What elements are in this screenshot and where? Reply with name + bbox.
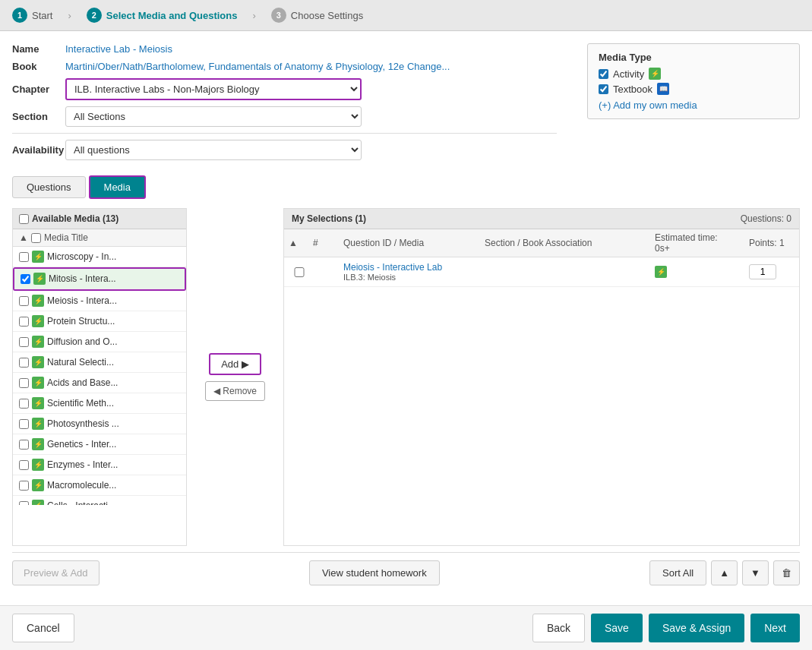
item-11-checkbox[interactable] [19,460,29,470]
section-row: Section All Sections [12,106,557,127]
col-header-checkbox[interactable] [31,233,41,243]
sort-all-button[interactable]: Sort All [649,560,706,585]
item-5-checkbox[interactable] [19,337,29,347]
cancel-button[interactable]: Cancel [12,614,74,642]
chapter-select-wrapper: ILB. Interactive Labs - Non-Majors Biolo… [65,78,362,100]
item-icon: ⚡ [32,377,44,389]
available-panel: Available Media (13) ▲ Media Title ⚡ Mic… [12,208,187,546]
step-1-circle: 1 [12,8,27,23]
col-hash: # [313,238,340,248]
item-label: Acids and Base... [47,377,118,388]
points-input[interactable] [749,264,776,279]
form-section: Name Interactive Lab - Meiosis Book Mart… [12,43,800,166]
col-arrow-sel: ▲ [289,238,310,248]
item-label: Photosynthesis ... [47,418,119,429]
next-button[interactable]: Next [750,614,800,642]
sort-up-button[interactable]: ▲ [711,560,738,585]
save-button[interactable]: Save [591,614,643,642]
item-3-checkbox[interactable] [19,296,29,306]
list-item[interactable]: ⚡ Diffusion and O... [13,332,186,352]
add-media-link[interactable]: (+) Add my own media [599,99,788,111]
item-label: Mitosis - Intera... [49,273,116,284]
item-label: Microscopy - In... [47,251,116,262]
chapter-select[interactable]: ILB. Interactive Labs - Non-Majors Biolo… [67,80,360,99]
item-10-checkbox[interactable] [19,440,29,450]
list-item[interactable]: ⚡ Scientific Meth... [13,393,186,414]
item-13-checkbox[interactable] [19,501,29,506]
item-1-checkbox[interactable] [19,252,29,262]
footer-bar: Cancel Back Save Save & Assign Next [0,605,812,650]
remove-button[interactable]: ◀ Remove [205,381,265,401]
sel-row-checkbox[interactable] [289,267,310,277]
sel-media-name: Meiosis - Interactive Lab [343,262,482,273]
item-icon: ⚡ [32,438,44,450]
list-item[interactable]: ⚡ Macromolecule... [13,475,186,496]
add-button[interactable]: Add ▶ [209,353,261,375]
save-assign-button[interactable]: Save & Assign [649,614,744,642]
sort-down-button[interactable]: ▼ [742,560,769,585]
item-icon: ⚡ [32,459,44,471]
item-icon: ⚡ [32,479,44,491]
selections-header: My Selections (1) Questions: 0 [284,209,799,229]
availability-select[interactable]: All questions [65,140,362,160]
item-icon: ⚡ [32,336,44,348]
item-icon: ⚡ [32,295,44,307]
name-value: Interactive Lab - Meiosis [65,43,172,55]
view-student-button[interactable]: View student homework [309,560,440,585]
col-est-label: Estimated time: [655,232,746,243]
item-6-checkbox[interactable] [19,358,29,368]
sort-area: Sort All ▲ ▼ 🗑 [649,560,800,585]
list-item[interactable]: ⚡ Genetics - Inter... [13,434,186,455]
col-arrow: ▲ [19,232,28,243]
item-12-checkbox[interactable] [19,481,29,491]
item-icon: ⚡ [33,273,46,285]
textbook-checkbox[interactable] [599,84,608,94]
list-item[interactable]: ⚡ Mitosis - Intera... [14,269,185,289]
select-all-checkbox[interactable] [19,214,29,224]
tab-questions[interactable]: Questions [12,176,86,198]
tabs-row: Questions Media [12,175,800,199]
item-7-checkbox[interactable] [19,378,29,388]
selections-questions-count: Questions: 0 [741,213,791,224]
list-item[interactable]: ⚡ Microscopy - In... [13,247,186,267]
step-sep-2: › [252,10,255,21]
step-3: 3 Choose Settings [271,8,363,23]
tab-media[interactable]: Media [89,175,146,199]
sel-assoc: ILB.3: Meiosis [343,273,482,282]
item-2-checkbox[interactable] [21,274,30,284]
list-item[interactable]: ⚡ Meiosis - Intera... [13,291,186,311]
book-row: Book Martini/Ober/Nath/Bartholomew, Fund… [12,61,557,72]
item-label: Genetics - Inter... [47,439,116,450]
list-item[interactable]: ⚡ Natural Selecti... [13,352,186,373]
col-section-assoc: Section / Book Association [485,238,652,248]
item-9-checkbox[interactable] [19,419,29,429]
item-icon: ⚡ [32,251,44,263]
item-4-checkbox[interactable] [19,317,29,327]
item-label: Cells - Interacti... [47,500,115,505]
textbook-icon: 📖 [657,83,669,95]
section-select[interactable]: All Sections [65,106,362,127]
item-8-checkbox[interactable] [19,399,29,409]
col-est-value: 0s+ [655,243,746,254]
sel-row-icon: ⚡ [655,266,667,278]
selection-row: Meiosis - Interactive Lab ILB.3: Meiosis… [284,257,799,287]
item-label: Enzymes - Inter... [47,459,118,470]
media-list: ⚡ Microscopy - In... ⚡ Mitosis - Intera.… [13,247,186,505]
list-item[interactable]: ⚡ Acids and Base... [13,373,186,393]
item-label: Macromolecule... [47,480,116,491]
form-left: Name Interactive Lab - Meiosis Book Mart… [12,43,557,166]
back-button[interactable]: Back [532,614,585,642]
mitosis-item-wrapper: ⚡ Mitosis - Intera... [13,267,186,291]
activity-checkbox[interactable] [599,69,608,79]
list-item[interactable]: ⚡ Enzymes - Inter... [13,455,186,475]
sel-row-name-col: Meiosis - Interactive Lab ILB.3: Meiosis [343,262,482,282]
list-item[interactable]: ⚡ Protein Structu... [13,311,186,332]
section-label: Section [12,111,65,122]
delete-button[interactable]: 🗑 [773,560,800,585]
preview-add-button[interactable]: Preview & Add [12,560,100,585]
list-item[interactable]: ⚡ Cells - Interacti... [13,496,186,505]
list-item[interactable]: ⚡ Photosynthesis ... [13,414,186,434]
step-sep-1: › [68,10,71,21]
book-value: Martini/Ober/Nath/Bartholomew, Fundament… [65,61,450,72]
available-header: Available Media (13) [13,209,186,229]
